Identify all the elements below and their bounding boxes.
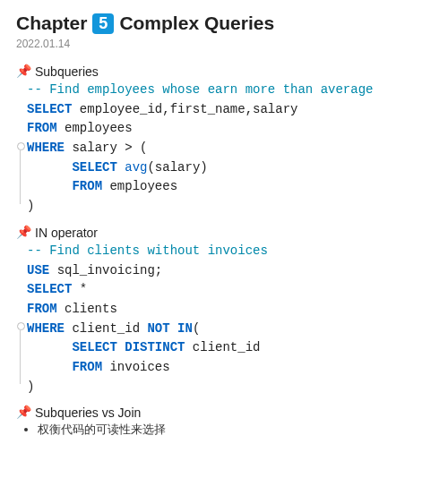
date-text: 2022.01.14: [16, 38, 432, 50]
section-heading: 📌 Subqueries: [16, 64, 432, 79]
fold-line-icon: [20, 150, 21, 204]
title-prefix: Chapter: [16, 13, 87, 34]
section-heading: 📌 IN operator: [16, 226, 432, 240]
section-subqueries-vs-join: 📌 Subqueries vs Join 权衡代码的可读性来选择: [16, 405, 432, 438]
list-item: 权衡代码的可读性来选择: [38, 422, 432, 438]
heading-text: IN operator: [35, 226, 98, 240]
heading-text: Subqueries vs Join: [35, 405, 141, 420]
pin-icon: 📌: [16, 64, 31, 78]
code-block: -- Find employees whose earn more than a…: [20, 81, 432, 217]
heading-text: Subqueries: [35, 64, 99, 79]
fold-line-icon: [20, 330, 21, 384]
code-block: -- Find clients without invoices USE sql…: [20, 242, 432, 397]
title-suffix: Complex Queries: [119, 13, 274, 34]
fold-dot-icon: [17, 142, 25, 150]
pin-icon: 📌: [16, 405, 31, 419]
section-in-operator: 📌 IN operator -- Find clients without in…: [16, 226, 432, 397]
section-subqueries: 📌 Subqueries -- Find employees whose ear…: [16, 64, 432, 217]
page-title: Chapter 5 Complex Queries: [16, 13, 432, 34]
fold-dot-icon: [17, 322, 25, 330]
pin-icon: 📌: [16, 225, 31, 239]
section-heading: 📌 Subqueries vs Join: [16, 405, 432, 420]
bullet-list: 权衡代码的可读性来选择: [22, 422, 432, 438]
chapter-badge: 5: [92, 13, 114, 34]
